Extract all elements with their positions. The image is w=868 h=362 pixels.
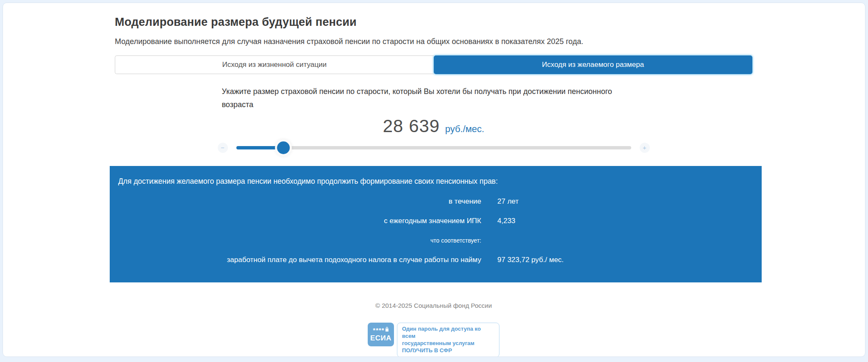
esia-abbr: ЕСИА (370, 334, 391, 343)
esia-text-line3: ПОЛУЧИТЬ В СФР (402, 347, 494, 354)
result-row-corresponds: что соответствует: (118, 231, 753, 250)
content-area: Моделирование размера будущей пенсии Мод… (115, 3, 752, 357)
esia-password-row: **** (373, 328, 388, 332)
lock-icon (385, 327, 389, 332)
result-row-ipk: с ежегодным значением ИПК 4,233 (118, 211, 753, 231)
copyright-text: © 2014-2025 Социальный фонд России (115, 302, 752, 309)
page-subtitle: Моделирование выполняется для случая наз… (115, 37, 752, 46)
tab-desired-size-label: Исходя из желаемого размера (542, 61, 644, 69)
esia-text-line2: государственным услугам (402, 340, 494, 347)
esia-logo: **** ЕСИА (368, 323, 394, 346)
pension-amount-unit: руб./мес. (445, 124, 485, 134)
result-rows: в течение 27 лет с ежегодным значением И… (118, 192, 753, 270)
instruction-text: Укажите размер страховой пенсии по старо… (222, 85, 633, 111)
slider-thumb[interactable] (277, 141, 290, 154)
slider-plus-button[interactable]: + (640, 143, 650, 153)
esia-text-line1: Один пароль для доступа ко всем (402, 326, 494, 340)
result-label-ipk: с ежегодным значением ИПК (118, 217, 481, 225)
slider-fill (236, 146, 284, 149)
esia-text-box: Один пароль для доступа ко всем государс… (397, 323, 499, 357)
tab-life-situation[interactable]: Исходя из жизненной ситуации (115, 55, 434, 74)
mode-tabs: Исходя из жизненной ситуации Исходя из ж… (115, 55, 752, 74)
result-panel: Для достижения желаемого размера пенсии … (110, 166, 762, 282)
result-value-ipk: 4,233 (497, 217, 516, 225)
result-label-duration: в течение (118, 197, 481, 206)
esia-password-stars: **** (373, 328, 384, 332)
slider-track-bg (236, 146, 631, 149)
page-title: Моделирование размера будущей пенсии (115, 16, 752, 29)
slider-minus-button[interactable]: − (218, 143, 228, 153)
tab-desired-size[interactable]: Исходя из желаемого размера (434, 55, 753, 74)
result-row-salary: заработной плате до вычета подоходного н… (118, 250, 753, 270)
result-value-salary: 97 323,72 руб./ мес. (497, 256, 564, 264)
result-label-corresponds: что соответствует: (118, 237, 481, 244)
esia-banner[interactable]: **** ЕСИА Один пароль для доступа ко все… (115, 323, 752, 357)
result-value-duration: 27 лет (497, 197, 519, 206)
result-label-salary: заработной плате до вычета подоходного н… (118, 256, 481, 264)
result-row-duration: в течение 27 лет (118, 192, 753, 211)
desired-size-panel: Укажите размер страховой пенсии по старо… (222, 85, 646, 154)
result-heading: Для достижения желаемого размера пенсии … (118, 177, 753, 186)
slider-track[interactable] (236, 141, 631, 154)
pension-slider: − + (218, 141, 650, 154)
main-card: Моделирование размера будущей пенсии Мод… (3, 3, 865, 357)
amount-row: 28 639 руб./мес. (222, 116, 646, 136)
pension-amount-value: 28 639 (383, 116, 440, 136)
tab-life-situation-label: Исходя из жизненной ситуации (222, 61, 327, 69)
